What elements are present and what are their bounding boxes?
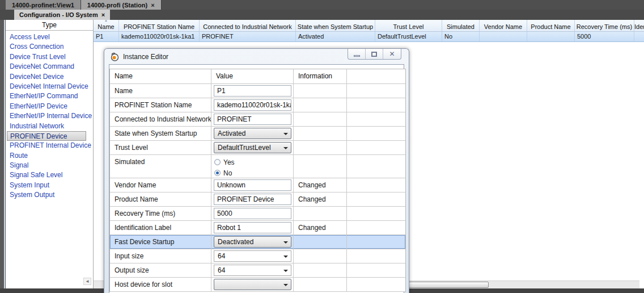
dialog-row-state-when-system-startup[interactable]: State when System StartupActivated bbox=[110, 127, 405, 141]
sidebar-item-devicenet-device[interactable]: DeviceNet Device bbox=[6, 72, 93, 82]
input-name[interactable] bbox=[214, 85, 291, 97]
sort-ascending-icon: ▲ bbox=[104, 20, 108, 23]
sidebar-item-signal[interactable]: Signal bbox=[6, 161, 93, 170]
input-connected-to-industrial-network[interactable] bbox=[214, 114, 291, 125]
grid-column-header[interactable]: PROFINET Station Name bbox=[119, 20, 200, 31]
view-tab-label: 14000-profi (Station) bbox=[87, 2, 147, 9]
dialog-row-profinet-station-name[interactable]: PROFINET Station Name bbox=[110, 98, 405, 112]
grid-column-header[interactable]: Identification Label bbox=[634, 20, 644, 31]
sidebar-item-system-input[interactable]: System Input bbox=[6, 181, 93, 190]
sidebar-item-ethernet-ip-internal-device[interactable]: EtherNet/IP Internal Device bbox=[6, 111, 93, 121]
field-info bbox=[294, 263, 347, 277]
dialog-row-identification-label[interactable]: Identification LabelChanged bbox=[110, 221, 405, 235]
sidebar-item-signal-safe-level[interactable]: Signal Safe Level bbox=[6, 170, 93, 180]
empty-cell bbox=[347, 112, 405, 126]
sidebar-item-profinet-device[interactable]: PROFINET Device bbox=[7, 131, 86, 141]
radio-icon[interactable] bbox=[214, 170, 221, 176]
field-label: Product Name bbox=[110, 192, 211, 206]
scroll-left-arrow-icon[interactable]: ◄ bbox=[83, 278, 91, 285]
sidebar-item-ethernet-ip-command[interactable]: EtherNet/IP Command bbox=[6, 91, 93, 101]
table-row[interactable]: P1kademo110020r01sk-1ka1PROFINETActivate… bbox=[94, 32, 644, 42]
input-profinet-station-name[interactable] bbox=[214, 99, 291, 111]
grid-cell: P1 bbox=[94, 32, 119, 41]
dialog-row-connected-to-industrial-network[interactable]: Connected to Industrial Network bbox=[110, 112, 405, 127]
instance-editor-dialog: Instance Editor ✕ NameValueInformationNa… bbox=[104, 48, 409, 293]
field-value-cell: 64 bbox=[211, 249, 294, 263]
view-tab-0[interactable]: 14000-profinet:View1 bbox=[6, 0, 81, 10]
sidebar-item-device-trust-level[interactable]: Device Trust Level bbox=[6, 52, 93, 62]
grid-column-header[interactable]: Trust Level bbox=[375, 20, 442, 31]
dialog-row-fast-device-startup[interactable]: Fast Device StartupDeactivated bbox=[110, 235, 405, 249]
grid-column-header[interactable]: Connected to Industrial Network bbox=[200, 20, 296, 31]
dialog-row-host-device-for-slot[interactable]: Host device for slot bbox=[110, 278, 405, 292]
dialog-titlebar[interactable]: Instance Editor ✕ bbox=[104, 49, 409, 64]
empty-cell bbox=[347, 207, 405, 220]
input-product-name[interactable] bbox=[214, 194, 291, 205]
sidebar-item-devicenet-internal-device[interactable]: DeviceNet Internal Device bbox=[6, 82, 93, 91]
dropdown-host-device-for-slot[interactable] bbox=[214, 279, 291, 290]
grid-column-header[interactable]: Vendor Name bbox=[480, 20, 527, 31]
close-icon[interactable]: × bbox=[151, 2, 154, 9]
dialog-row-trust-level[interactable]: Trust LevelDefaultTrustLevel bbox=[110, 141, 405, 155]
dialog-row-product-name[interactable]: Product NameChanged bbox=[110, 192, 405, 207]
grid-header-row: Name▲PROFINET Station NameConnected to I… bbox=[94, 20, 644, 32]
field-label: Simulated bbox=[110, 155, 211, 178]
dialog-row-input-size[interactable]: Input size64 bbox=[110, 249, 405, 263]
dialog-row-recovery-time-ms-[interactable]: Recovery Time (ms) bbox=[110, 207, 405, 221]
radio-option-no[interactable]: No bbox=[214, 168, 293, 178]
close-button[interactable]: ✕ bbox=[383, 49, 401, 59]
dropdown-state-when-system-startup[interactable]: Activated bbox=[214, 128, 291, 139]
maximize-button[interactable] bbox=[366, 49, 383, 59]
field-value-cell bbox=[211, 207, 294, 220]
dropdown-input-size[interactable]: 64 bbox=[214, 250, 291, 262]
field-label: Vendor Name bbox=[110, 178, 211, 192]
sidebar-item-route[interactable]: Route bbox=[6, 151, 93, 161]
sidebar-item-ethernet-ip-device[interactable]: EtherNet/IP Device bbox=[6, 102, 93, 111]
grid-column-header[interactable]: Name▲ bbox=[94, 20, 119, 31]
dialog-row-name[interactable]: Name bbox=[110, 84, 405, 98]
dropdown-trust-level[interactable]: DefaultTrustLevel bbox=[214, 142, 291, 153]
input-recovery-time-ms-[interactable] bbox=[214, 208, 291, 219]
field-info: Changed bbox=[294, 221, 347, 235]
input-identification-label[interactable] bbox=[214, 222, 291, 233]
field-label: Identification Label bbox=[110, 221, 211, 235]
sidebar-item-system-output[interactable]: System Output bbox=[6, 190, 93, 200]
field-info bbox=[294, 155, 347, 178]
grid-column-header[interactable]: Simulated bbox=[442, 20, 480, 31]
empty-cell bbox=[347, 263, 405, 277]
close-icon[interactable]: × bbox=[101, 11, 105, 18]
radio-option-yes[interactable]: Yes bbox=[214, 157, 293, 168]
dialog-row-vendor-name[interactable]: Vendor NameChanged bbox=[110, 178, 405, 192]
dropdown-output-size[interactable]: 64 bbox=[214, 265, 291, 276]
empty-cell bbox=[347, 127, 405, 140]
tab-configuration-io-system[interactable]: Configuration - I/O System × bbox=[14, 10, 110, 20]
minimize-button[interactable] bbox=[348, 49, 366, 59]
sidebar-item-cross-connection[interactable]: Cross Connection bbox=[6, 42, 93, 52]
dialog-row-output-size[interactable]: Output size64 bbox=[110, 263, 405, 278]
field-label: Fast Device Startup bbox=[110, 235, 211, 249]
radio-group-simulated: YesNo bbox=[211, 155, 293, 178]
dropdown-fast-device-startup[interactable]: Deactivated bbox=[214, 236, 291, 248]
view-tab-1[interactable]: 14000-profi (Station)× bbox=[81, 0, 162, 10]
chevron-down-icon bbox=[283, 133, 288, 135]
grid-cell bbox=[527, 32, 575, 41]
grid-column-header[interactable]: Recovery Time (ms) bbox=[575, 20, 634, 31]
maximize-icon bbox=[371, 52, 377, 57]
field-value-cell: YesNo bbox=[211, 155, 294, 178]
dialog-row-simulated[interactable]: SimulatedYesNo bbox=[110, 155, 405, 178]
field-info bbox=[294, 207, 347, 220]
sidebar-item-access-level[interactable]: Access Level bbox=[6, 32, 93, 42]
sidebar-item-devicenet-command[interactable]: DeviceNet Command bbox=[6, 62, 93, 72]
sidebar-item-industrial-network[interactable]: Industrial Network bbox=[6, 122, 93, 131]
view-tab-bar: 14000-profinet:View114000-profi (Station… bbox=[0, 0, 644, 10]
input-vendor-name[interactable] bbox=[214, 179, 291, 191]
grid-cell bbox=[480, 32, 527, 41]
grid-cell: No bbox=[442, 32, 480, 41]
sidebar-header-type: Type bbox=[6, 20, 93, 31]
grid-column-header[interactable]: Product Name bbox=[527, 20, 575, 31]
radio-icon[interactable] bbox=[214, 159, 221, 165]
field-value-cell bbox=[211, 112, 294, 126]
empty-cell bbox=[347, 155, 405, 178]
sidebar-item-profinet-internal-device[interactable]: PROFINET Internal Device bbox=[6, 141, 93, 150]
grid-column-header[interactable]: State when System Startup bbox=[296, 20, 375, 31]
